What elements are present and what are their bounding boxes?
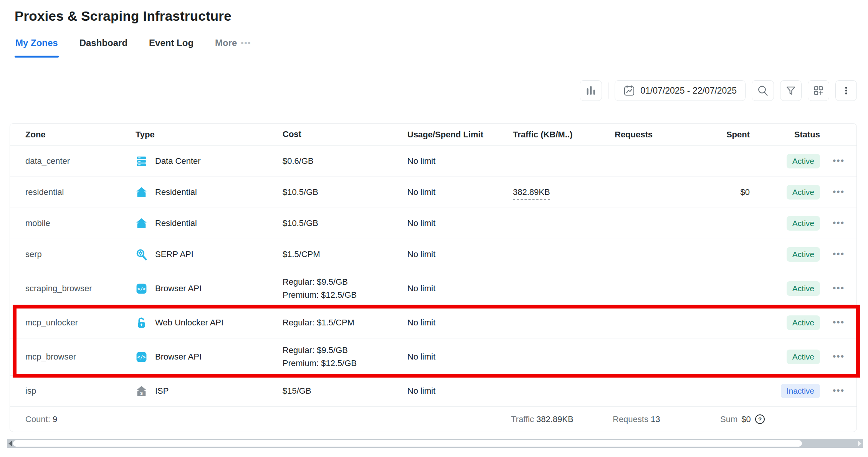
traffic-cell: 382.89KB — [511, 187, 613, 197]
table-row-mobile: mobileResidential$10.5/GBNo limitActive•… — [10, 208, 856, 239]
zone-name: mcp_browser — [10, 352, 133, 362]
table-row-residential: residentialResidential$10.5/GBNo limit38… — [10, 177, 856, 208]
table-header-row: Zone Type Cost Usage/Spend Limit Traffic… — [10, 124, 856, 145]
type-label: Residential — [155, 187, 197, 197]
col-header-spent: Spent — [709, 130, 761, 140]
row-actions-menu-icon[interactable]: ••• — [833, 252, 845, 256]
row-actions-menu-icon[interactable]: ••• — [833, 389, 845, 393]
table-row-scraping_browser: scraping_browser</>Browser APIRegular: $… — [10, 270, 856, 307]
table-row-data_center: data_centerData Center$0.6/GBNo limitAct… — [10, 145, 856, 177]
tab-more[interactable]: More••• — [214, 35, 252, 57]
svg-text:</>: </> — [137, 286, 145, 292]
traffic-total: 382.89KB — [536, 414, 574, 424]
type-label: Browser API — [155, 352, 202, 362]
zone-name: isp — [10, 386, 133, 396]
date-range-value: 01/07/2025 - 22/07/2025 — [640, 86, 737, 96]
table-row-mcp_unlocker: mcp_unlockerWeb Unlocker APIRegular: $1.… — [10, 307, 856, 338]
sum-total: $0 — [741, 414, 751, 424]
traffic-value[interactable]: 382.89KB — [513, 187, 550, 200]
zone-name: mcp_unlocker — [10, 318, 133, 328]
type-label: Web Unlocker API — [155, 318, 223, 328]
cost-cell: $15/GB — [280, 384, 405, 398]
cost-cell: $10.5/GB — [280, 186, 405, 199]
isp-house-dollar-icon: $ — [136, 385, 147, 397]
row-actions-menu-icon[interactable]: ••• — [833, 221, 845, 225]
filter-button[interactable] — [780, 80, 802, 101]
col-header-cost: Cost — [280, 128, 405, 141]
status-badge: Active — [787, 281, 820, 296]
cost-line: $10.5/GB — [283, 186, 405, 199]
scrollbar-thumb[interactable] — [13, 440, 802, 447]
status-badge: Active — [787, 315, 820, 330]
open-padlock-icon — [136, 317, 147, 329]
scroll-left-arrow-icon[interactable] — [8, 441, 12, 446]
cost-cell: $10.5/GB — [280, 217, 405, 230]
tab-label: Dashboard — [79, 38, 127, 48]
cost-cell: $1.5/CPM — [280, 248, 405, 261]
status-badge: Active — [787, 154, 820, 168]
requests-summary: Requests 13 — [613, 414, 709, 424]
svg-text:?: ? — [758, 416, 762, 422]
tab-event-log[interactable]: Event Log — [148, 35, 194, 57]
date-range-picker[interactable]: 01/07/2025 - 22/07/2025 — [615, 80, 746, 101]
horizontal-scrollbar[interactable] — [7, 439, 863, 448]
cost-line: Regular: $1.5/CPM — [283, 316, 405, 329]
tab-bar: My ZonesDashboardEvent LogMore••• — [15, 35, 868, 57]
count-summary: Count: 9 — [10, 414, 511, 424]
cost-line: $0.6/GB — [283, 155, 405, 168]
usage-limit-cell: No limit — [405, 386, 511, 396]
usage-limit-cell: No limit — [405, 218, 511, 228]
kebab-menu-button[interactable] — [835, 80, 857, 101]
col-header-type: Type — [133, 130, 280, 140]
cost-cell: $0.6/GB — [280, 155, 405, 168]
spent-cell: $0 — [709, 187, 761, 197]
cost-cell: Regular: $9.5/GBPremium: $12.5/GB — [280, 276, 405, 302]
chart-toggle-button[interactable] — [580, 80, 602, 101]
question-circle-icon[interactable]: ? — [755, 414, 765, 424]
table-toolbar: 01/07/2025 - 22/07/2025 — [0, 80, 857, 101]
row-actions-menu-icon[interactable]: ••• — [833, 190, 845, 194]
tab-my-zones[interactable]: My Zones — [15, 35, 59, 57]
svg-text:</>: </> — [137, 355, 145, 360]
highlighted-rows-group: mcp_unlockerWeb Unlocker APIRegular: $1.… — [10, 307, 856, 375]
row-actions-menu-icon[interactable]: ••• — [833, 286, 845, 290]
house-icon — [136, 218, 147, 229]
zone-name: scraping_browser — [10, 284, 133, 294]
tab-label: My Zones — [15, 38, 58, 48]
cost-cell: Regular: $9.5/GBPremium: $12.5/GB — [280, 344, 405, 370]
zone-name: mobile — [10, 218, 133, 228]
customize-columns-icon — [813, 85, 824, 96]
col-header-traffic: Traffic (KB/M..) — [511, 130, 613, 140]
tab-label: More — [215, 38, 237, 48]
cost-line: Regular: $9.5/GB — [283, 344, 405, 357]
row-actions-menu-icon[interactable]: ••• — [833, 320, 845, 324]
bar-chart-icon — [585, 85, 597, 96]
type-label: Residential — [155, 218, 197, 228]
customize-columns-button[interactable] — [808, 80, 829, 101]
ellipsis-icon: ••• — [241, 39, 251, 47]
scroll-right-arrow-icon[interactable] — [858, 441, 861, 446]
zone-name: residential — [10, 187, 133, 197]
status-badge: Inactive — [781, 384, 820, 398]
row-actions-menu-icon[interactable]: ••• — [833, 355, 845, 358]
cost-line: $10.5/GB — [283, 217, 405, 230]
table-row-mcp_browser: mcp_browser</>Browser APIRegular: $9.5/G… — [10, 338, 856, 375]
cost-line: $15/GB — [283, 384, 405, 398]
cost-cell: Regular: $1.5/CPM — [280, 316, 405, 329]
type-label: SERP API — [155, 249, 193, 259]
usage-limit-cell: No limit — [405, 352, 511, 362]
status-badge: Active — [787, 350, 820, 364]
search-button[interactable] — [752, 80, 774, 101]
col-header-zone: Zone — [10, 130, 133, 140]
zone-name: data_center — [10, 156, 133, 166]
code-browser-icon: </> — [136, 283, 147, 295]
calendar-chart-icon — [623, 85, 635, 96]
house-icon — [136, 186, 147, 198]
usage-limit-cell: No limit — [405, 187, 511, 197]
usage-limit-cell: No limit — [405, 249, 511, 259]
row-actions-menu-icon[interactable]: ••• — [833, 159, 845, 163]
col-header-status: Status — [761, 130, 820, 140]
type-label: ISP — [155, 386, 169, 396]
filter-icon — [785, 85, 796, 96]
tab-dashboard[interactable]: Dashboard — [79, 35, 128, 57]
